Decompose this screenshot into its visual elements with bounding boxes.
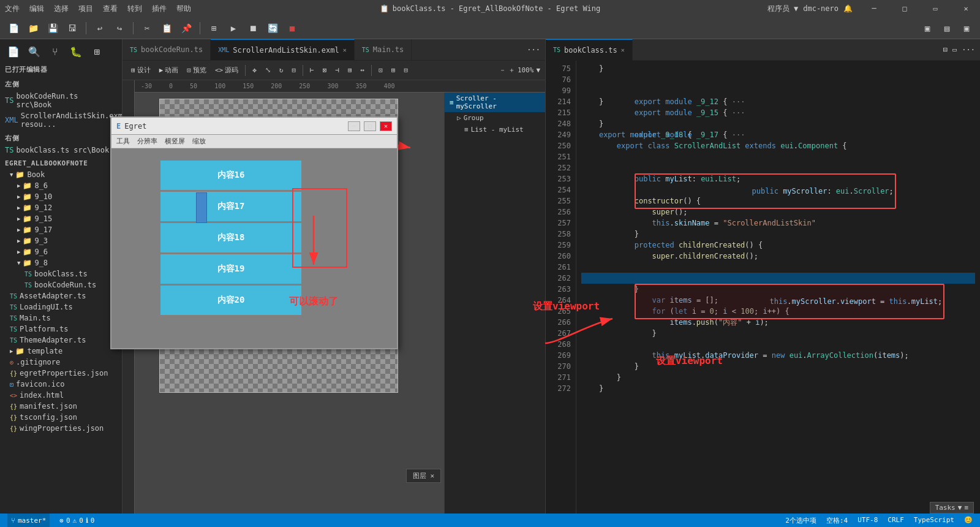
tab-scrollerSkin[interactable]: XML ScrollerAndListSkin.exml ✕: [211, 39, 354, 61]
stop-button[interactable]: ⏹: [244, 20, 262, 37]
format-button[interactable]: ⊞: [205, 20, 222, 37]
file-main[interactable]: TS Main.ts: [0, 313, 122, 324]
snap-button[interactable]: ⊟: [400, 64, 412, 76]
save-all-button[interactable]: 🖫: [64, 20, 81, 37]
folder-template[interactable]: ▶ 📁 template: [0, 346, 122, 357]
folder-8-6[interactable]: ▶ 📁 8_6: [0, 180, 122, 191]
preview-button[interactable]: ⊡预览: [183, 64, 210, 77]
panel-left-button[interactable]: ▣: [919, 20, 936, 37]
open-file-bookClass[interactable]: TS bookClass.ts src\Book: [0, 145, 122, 156]
scroll-handle[interactable]: [196, 192, 207, 223]
file-egretProperties[interactable]: {} egretProperties.json: [0, 368, 122, 379]
new-file-button[interactable]: 📄: [5, 20, 22, 37]
code-tab-bookClass[interactable]: TS bookClass.ts ✕: [546, 39, 633, 61]
file-gitignore[interactable]: ⊙ .gitignore: [0, 357, 122, 368]
tab-main[interactable]: TS Main.ts: [355, 39, 412, 61]
folder-9-3[interactable]: ▶ 📁 9_3: [0, 235, 122, 246]
sidebar-debug-icon[interactable]: 🐛: [67, 43, 85, 60]
design-mode-button[interactable]: ⊞设计: [127, 64, 154, 77]
debug-button[interactable]: ▶: [225, 20, 242, 37]
notification-icon[interactable]: 🔔: [843, 4, 853, 13]
open-file-button[interactable]: 📁: [24, 20, 42, 37]
git-branch-badge[interactable]: ⑂ master*: [7, 514, 50, 527]
refresh-button[interactable]: 🔄: [264, 20, 281, 37]
file-themeAdapter[interactable]: TS ThemeAdapter.ts: [0, 335, 122, 346]
grid-button[interactable]: ⊞: [388, 64, 399, 76]
source-button[interactable]: <>源码: [211, 64, 242, 77]
sidebar-git-icon[interactable]: ⑂: [47, 43, 64, 60]
open-file-scroller[interactable]: XML ScrollerAndListSkin.exml resou...: [0, 110, 122, 130]
egret-close-button[interactable]: ✕: [380, 121, 392, 131]
move-tool-button[interactable]: ✥: [249, 64, 260, 76]
folder-9-6[interactable]: ▶ 📁 9_6: [0, 246, 122, 257]
sidebar-extensions-icon[interactable]: ⊞: [88, 43, 105, 60]
copy-button[interactable]: 📋: [158, 20, 175, 37]
folder-9-17[interactable]: ▶ 📁 9_17: [0, 224, 122, 235]
egret-menu-resolution[interactable]: 分辨率: [137, 137, 157, 146]
scale-tool-button[interactable]: ⤡: [262, 64, 274, 76]
tree-item-group[interactable]: ▷ Group: [445, 112, 545, 124]
egret-restore-button[interactable]: □: [364, 121, 376, 131]
paste-button[interactable]: 📌: [178, 20, 195, 37]
align-left-button[interactable]: ⊢: [306, 64, 318, 76]
file-platform[interactable]: TS Platform.ts: [0, 324, 122, 335]
tree-item-scroller[interactable]: ≡ Scroller - myScroller: [445, 93, 545, 112]
undo-button[interactable]: ↩: [91, 20, 108, 37]
file-bookCodeRun[interactable]: TS bookCodeRun.ts: [0, 279, 122, 290]
open-file-bookCodeRun[interactable]: TS bookCodeRun.ts src\Book: [0, 91, 122, 110]
file-bookClass[interactable]: TS bookClass.ts: [0, 268, 122, 279]
sidebar-search-icon[interactable]: 🔍: [26, 43, 43, 60]
tab-bookCodeRun[interactable]: TS bookCodeRun.ts: [123, 39, 211, 61]
cut-button[interactable]: ✂: [138, 20, 156, 37]
file-tsconfig[interactable]: {} tsconfig.json: [0, 412, 122, 423]
flip-button[interactable]: ↔: [357, 64, 369, 76]
panel-right-button[interactable]: ▣: [958, 20, 975, 37]
egret-menu-tools[interactable]: 工具: [116, 137, 130, 146]
secondary-tools-button[interactable]: ⊡: [375, 64, 386, 76]
menu-edit[interactable]: 编辑: [29, 4, 44, 14]
folder-9-15[interactable]: ▶ 📁 9_15: [0, 213, 122, 224]
folder-book[interactable]: ▼ 📁 Book: [0, 169, 122, 180]
align-center-button[interactable]: ⊠: [319, 64, 331, 76]
tasks-extra-icon[interactable]: ≡: [964, 504, 968, 512]
window-minimize-button[interactable]: ─: [860, 0, 888, 17]
align-right-button[interactable]: ⊣: [331, 64, 343, 76]
folder-9-12[interactable]: ▶ 📁 9_12: [0, 202, 122, 213]
folder-9-8[interactable]: ▼ 📁 9_8: [0, 257, 122, 268]
menu-project[interactable]: 项目: [78, 4, 93, 14]
menu-help[interactable]: 帮助: [176, 4, 191, 14]
egret-menu-orientation[interactable]: 横竖屏: [165, 137, 185, 146]
file-manifest[interactable]: {} manifest.json: [0, 401, 122, 412]
egret-menu-zoom[interactable]: 缩放: [192, 137, 206, 146]
code-tab-close[interactable]: ✕: [621, 47, 625, 53]
file-wingProperties[interactable]: {} wingProperties.json: [0, 423, 122, 434]
distribute-button[interactable]: ⊞: [344, 64, 356, 76]
window-close-button[interactable]: ✕: [952, 0, 980, 17]
tree-item-list[interactable]: ≡ List - myList: [445, 124, 545, 135]
file-favicon[interactable]: ⊡ favicon.ico: [0, 379, 122, 390]
panel-bottom-button[interactable]: ▤: [938, 20, 956, 37]
layer-panel-close-button[interactable]: ✕: [430, 472, 434, 480]
file-index-html[interactable]: <> index.html: [0, 390, 122, 401]
egret-minimize-button[interactable]: ─: [348, 121, 360, 131]
zoom-minus-button[interactable]: －: [499, 66, 506, 75]
feedback-icon[interactable]: 😊: [964, 516, 973, 525]
window-maximize-button[interactable]: ▭: [921, 0, 949, 17]
rotate-tool-button[interactable]: ↻: [276, 64, 287, 76]
sidebar-explorer-icon[interactable]: 📄: [5, 43, 22, 60]
file-loadingUI[interactable]: TS LoadingUI.ts: [0, 301, 122, 313]
animation-button[interactable]: ▶动画: [156, 64, 183, 77]
menu-file[interactable]: 文件: [5, 4, 20, 14]
redo-button[interactable]: ↪: [111, 20, 128, 37]
layer-tool-button[interactable]: ⊟: [288, 64, 300, 76]
open-side-icon[interactable]: ▭: [952, 45, 957, 54]
menu-goto[interactable]: 转到: [127, 4, 142, 14]
split-editor-icon[interactable]: ⊟: [943, 45, 948, 54]
save-button[interactable]: 💾: [44, 20, 61, 37]
folder-9-10[interactable]: ▶ 📁 9_10: [0, 191, 122, 202]
menu-view[interactable]: 查看: [103, 4, 118, 14]
zoom-plus-button[interactable]: ＋: [508, 66, 515, 75]
menu-select[interactable]: 选择: [54, 4, 69, 14]
tab-overflow-button[interactable]: ···: [522, 45, 545, 54]
zoom-dropdown-button[interactable]: ▼: [536, 66, 540, 74]
